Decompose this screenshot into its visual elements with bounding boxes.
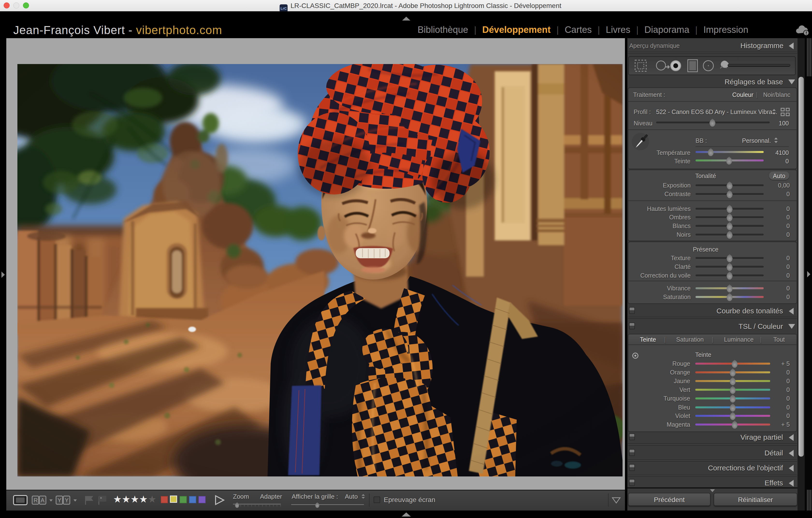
svg-text:Y: Y bbox=[65, 497, 69, 504]
svg-text:Y: Y bbox=[58, 497, 61, 504]
svg-text:R: R bbox=[34, 497, 38, 504]
svg-text:A: A bbox=[40, 497, 45, 504]
